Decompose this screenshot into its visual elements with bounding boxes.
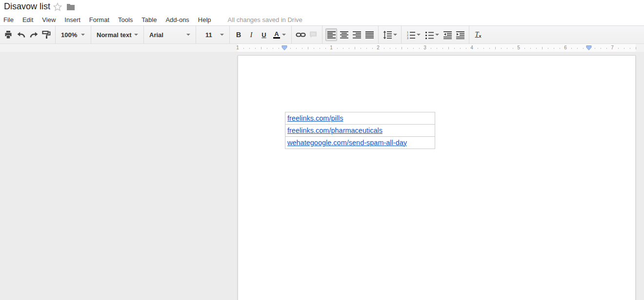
star-outline-icon[interactable] <box>53 2 62 11</box>
paragraph-style-value: Normal text <box>97 31 132 39</box>
decrease-indent-button[interactable] <box>442 28 453 41</box>
bold-button[interactable]: B <box>233 28 244 41</box>
align-center-icon <box>340 31 348 39</box>
document-page[interactable]: freelinks.com/pillsfreelinks.com/pharmac… <box>238 55 636 300</box>
left-indent-marker[interactable] <box>282 45 287 50</box>
ruler-tick <box>489 48 490 49</box>
ruler-tick <box>267 48 267 49</box>
toolbar-separator <box>229 26 230 43</box>
title-bar: Disavow list <box>0 0 644 14</box>
numbered-list-button[interactable]: 1 2 3 <box>404 28 422 41</box>
insert-link-button[interactable] <box>295 28 306 41</box>
redo-icon <box>29 30 39 39</box>
menu-tools[interactable]: Tools <box>118 16 133 23</box>
insert-link-icon <box>296 30 306 39</box>
menu-insert[interactable]: Insert <box>64 16 80 23</box>
ruler-tick <box>390 48 390 49</box>
ruler-tick <box>302 48 302 49</box>
undo-button[interactable] <box>15 28 27 41</box>
toolbar-separator <box>378 26 379 43</box>
numbered-list-icon: 1 2 3 <box>406 31 415 39</box>
ruler-tick <box>273 48 273 49</box>
ruler-number: 3 <box>423 45 426 50</box>
text-color-button[interactable]: A <box>271 28 288 41</box>
table-cell[interactable]: freelinks.com/pills <box>285 112 435 125</box>
table-cell-link[interactable]: freelinks.com/pills <box>287 114 343 122</box>
italic-button[interactable]: I <box>245 28 257 41</box>
ruler-number: 5 <box>517 45 520 50</box>
zoom-select[interactable]: 100% <box>58 28 88 41</box>
ruler-tick <box>443 48 443 49</box>
font-family-select[interactable]: Arial <box>146 28 193 41</box>
ruler-tick <box>349 48 349 49</box>
align-justify-button[interactable] <box>363 28 375 41</box>
line-spacing-button[interactable] <box>382 28 398 41</box>
ruler-tick <box>624 48 624 49</box>
ruler-tick <box>402 47 402 49</box>
menu-add-ons[interactable]: Add-ons <box>165 16 189 23</box>
table-cell[interactable]: wehategoogle.com/send-spam-all-day <box>285 137 435 149</box>
align-left-button[interactable] <box>325 28 337 41</box>
ruler-tick <box>524 48 525 49</box>
menu-format[interactable]: Format <box>89 16 109 23</box>
ruler-tick <box>460 48 461 49</box>
menu-table[interactable]: Table <box>141 16 157 23</box>
increase-indent-button[interactable] <box>454 28 466 41</box>
redo-button[interactable] <box>28 28 40 41</box>
folder-icon[interactable] <box>66 3 75 11</box>
ruler-number: 1 <box>236 45 239 50</box>
align-right-icon <box>353 31 361 39</box>
ruler-tick <box>548 48 548 49</box>
menu-bar: FileEditViewInsertFormatToolsTableAdd-on… <box>0 14 644 26</box>
insert-comment-button[interactable] <box>307 28 319 41</box>
ruler-tick <box>308 47 308 49</box>
ruler-tick <box>249 48 250 49</box>
underline-button[interactable]: U <box>258 28 270 41</box>
ruler-tick <box>560 48 560 49</box>
table-cell-link[interactable]: wehategoogle.com/send-spam-all-day <box>287 139 407 147</box>
clear-formatting-icon: Tx <box>475 31 482 39</box>
ruler-tick <box>513 48 513 49</box>
table-row: freelinks.com/pills <box>285 112 435 125</box>
toolbar-separator <box>401 26 402 43</box>
undo-icon <box>17 30 26 39</box>
paragraph-style-select[interactable]: Normal text <box>94 28 141 41</box>
ruler-tick <box>454 48 455 49</box>
table-cell[interactable]: freelinks.com/pharmaceuticals <box>285 125 435 137</box>
font-size-select[interactable]: 11 <box>199 28 227 41</box>
ruler-tick <box>431 48 431 49</box>
ruler-tick <box>571 48 572 49</box>
chevron-down-icon <box>220 34 224 36</box>
ruler-tick <box>577 48 578 49</box>
menu-edit[interactable]: Edit <box>22 16 33 23</box>
insert-comment-icon <box>309 30 318 39</box>
print-button[interactable] <box>2 28 14 41</box>
table-row: wehategoogle.com/send-spam-all-day <box>285 137 435 149</box>
align-right-button[interactable] <box>351 28 362 41</box>
document-title[interactable]: Disavow list <box>4 1 50 12</box>
chevron-down-icon <box>186 34 190 36</box>
bulleted-list-button[interactable] <box>423 28 441 41</box>
ruler-tick <box>343 48 343 49</box>
underline-icon: U <box>262 31 266 39</box>
clear-formatting-button[interactable]: Tx <box>472 28 484 41</box>
toolbar-separator <box>469 26 469 43</box>
zoom-value: 100% <box>61 31 77 39</box>
toolbar-separator <box>55 26 56 43</box>
align-center-button[interactable] <box>338 28 350 41</box>
menu-view[interactable]: View <box>42 16 56 23</box>
ruler: 11234567 <box>0 44 644 52</box>
chevron-down-icon <box>435 34 439 36</box>
ruler-tick <box>372 48 373 49</box>
paint-format-button[interactable] <box>40 28 52 41</box>
line-spacing-icon <box>383 31 392 39</box>
menu-help[interactable]: Help <box>198 16 211 23</box>
toolbar-separator <box>291 26 292 43</box>
align-left-icon <box>327 31 336 39</box>
ruler-tick <box>466 48 466 49</box>
ruler-tick <box>413 48 414 49</box>
save-status[interactable]: All changes saved in Drive <box>228 16 302 23</box>
table-cell-link[interactable]: freelinks.com/pharmaceuticals <box>287 127 382 134</box>
menu-file[interactable]: File <box>3 16 14 23</box>
ruler-tick <box>419 48 420 49</box>
